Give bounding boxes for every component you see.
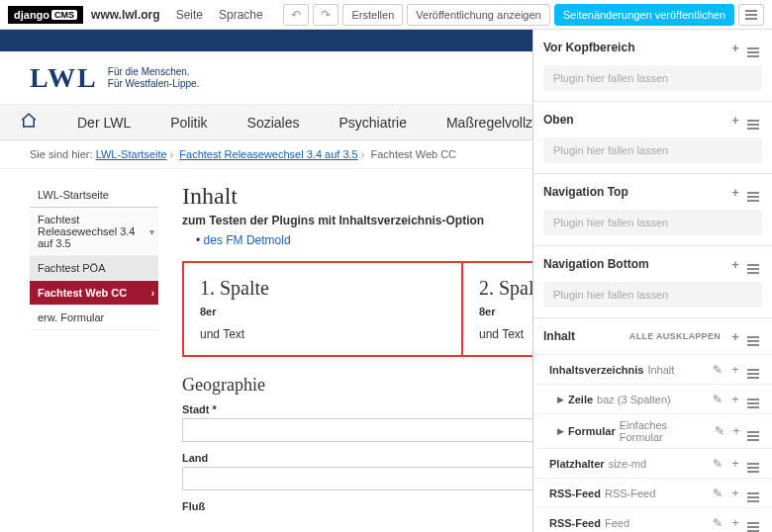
plugin-row[interactable]: ▶FormularEinfaches Formular✎+ (533, 413, 772, 448)
plugin-row[interactable]: InhaltsverzeichnisInhalt✎+ (533, 354, 772, 384)
menu-icon[interactable] (744, 513, 762, 532)
menu-icon[interactable] (744, 390, 762, 408)
column-1: 1. Spalte 8er und Text (184, 263, 461, 355)
section-title: Navigation Top (543, 185, 726, 199)
add-icon[interactable]: + (726, 393, 744, 406)
redo-button[interactable]: ↷ (313, 4, 338, 26)
breadcrumb-current: Fachtest Web CC (370, 148, 456, 160)
view-published-button[interactable]: Veröffentlichung anzeigen (407, 4, 549, 26)
tagline-line2: Für Westfalen-Lippe. (108, 78, 200, 90)
section-menu-button[interactable] (744, 326, 762, 346)
edit-icon[interactable]: ✎ (709, 393, 726, 406)
structure-toggle-button[interactable] (738, 4, 764, 26)
plugin-desc: Feed (605, 517, 629, 529)
home-icon[interactable] (20, 112, 38, 133)
panel-section: Navigation Bottom+Plugin hier fallen las… (533, 246, 772, 318)
sidenav-item-webcc[interactable]: Fachtest Web CC › (30, 281, 158, 306)
plugin-dropzone[interactable]: Plugin hier fallen lassen (543, 282, 762, 308)
menu-icon[interactable] (744, 484, 762, 502)
create-button[interactable]: Erstellen (342, 4, 403, 26)
edit-icon[interactable]: ✎ (711, 424, 727, 438)
panel-section: Oben+Plugin hier fallen lassen (533, 102, 772, 174)
add-icon[interactable]: + (726, 363, 744, 377)
plugin-desc: Einfaches Formular (620, 419, 711, 443)
sidenav-item-label: Fachtest Releasewechsel 3.4 auf 3.5 (38, 214, 135, 249)
sidenav-root[interactable]: LWL-Startseite (30, 183, 158, 208)
lwl-tagline: Für die Menschen. Für Westfalen-Lippe. (108, 66, 200, 90)
cms-logo-tag: CMS (51, 10, 77, 20)
add-icon[interactable]: + (727, 424, 744, 438)
plugin-desc: RSS-Feed (605, 488, 655, 499)
sidenav-item-release[interactable]: Fachtest Releasewechsel 3.4 auf 3.5 ▾ (30, 208, 158, 256)
plugin-row[interactable]: RSS-FeedRSS-Feed✎+ (533, 478, 772, 507)
plugin-name: Inhaltsverzeichnis (549, 364, 643, 376)
add-plugin-button[interactable]: + (726, 185, 744, 200)
section-menu-button[interactable] (744, 182, 762, 202)
edit-icon[interactable]: ✎ (709, 363, 726, 377)
lwl-logo[interactable]: LWL (30, 62, 98, 94)
plugin-dropzone[interactable]: Plugin hier fallen lassen (543, 137, 762, 163)
section-title: Inhalt (543, 329, 629, 343)
sidenav-item-formular[interactable]: erw. Formular (30, 306, 158, 330)
menu-icon[interactable] (744, 360, 762, 379)
edit-icon[interactable]: ✎ (709, 457, 726, 471)
publish-button[interactable]: Seitenänderungen veröffentlichen (554, 4, 734, 26)
plugin-dropzone[interactable]: Plugin hier fallen lassen (543, 210, 762, 235)
side-nav: LWL-Startseite Fachtest Releasewechsel 3… (30, 183, 158, 515)
section-menu-button[interactable] (744, 254, 762, 274)
menu-language[interactable]: Sprache (219, 8, 263, 22)
nav-item-soziales[interactable]: Soziales (247, 115, 300, 131)
plugin-dropzone[interactable]: Plugin hier fallen lassen (543, 65, 762, 91)
sidenav-item-label: Fachtest Web CC (38, 287, 127, 299)
plugin-desc: size-md (609, 458, 647, 470)
expand-icon[interactable]: ▶ (557, 395, 564, 404)
breadcrumb-link-0[interactable]: LWL-Startseite (96, 148, 167, 160)
site-link[interactable]: www.lwl.org (91, 8, 160, 22)
section-menu-button[interactable] (744, 110, 762, 130)
panel-section: Navigation Top+Plugin hier fallen lassen (533, 174, 772, 246)
plugin-row[interactable]: Platzhaltersize-md✎+ (533, 448, 772, 478)
section-head: Vor Kopfbereich+ (533, 30, 772, 65)
section-head-inhalt: Inhalt ALLE AUSKLAPPEN + (533, 318, 772, 354)
section-title: Oben (543, 113, 726, 127)
plugin-desc: Inhalt (647, 364, 674, 376)
nav-item-psychiatrie[interactable]: Psychiatrie (338, 115, 406, 131)
menu-page[interactable]: Seite (176, 8, 203, 22)
edit-icon[interactable]: ✎ (709, 487, 726, 500)
add-plugin-button[interactable]: + (726, 329, 744, 344)
nav-item-politik[interactable]: Politik (170, 115, 207, 131)
plugin-row[interactable]: RSS-FeedFeed✎+ (533, 507, 772, 532)
menu-icon[interactable] (745, 422, 762, 441)
section-title: Vor Kopfbereich (543, 41, 726, 54)
plugin-name: Platzhalter (549, 458, 605, 470)
section-head: Navigation Top+ (533, 174, 772, 210)
add-icon[interactable]: + (726, 516, 744, 530)
plugin-name: RSS-Feed (549, 488, 601, 499)
add-plugin-button[interactable]: + (726, 257, 744, 272)
cms-logo[interactable]: django CMS (8, 6, 83, 24)
plugin-desc: baz (3 Spalten) (597, 394, 671, 405)
menu-icon[interactable] (744, 454, 762, 473)
chevron-down-icon: ▾ (149, 226, 154, 237)
section-menu-button[interactable] (744, 38, 762, 57)
plugin-name: Formular (568, 425, 616, 437)
sidenav-item-poa[interactable]: Fachtest PÖA (30, 256, 158, 281)
plugin-list: InhaltsverzeichnisInhalt✎+▶Zeilebaz (3 S… (533, 354, 772, 532)
add-plugin-button[interactable]: + (726, 41, 744, 55)
bullet-link[interactable]: des FM Detmold (204, 233, 291, 247)
add-plugin-button[interactable]: + (726, 113, 744, 128)
plugin-name: RSS-Feed (549, 517, 601, 529)
section-title: Navigation Bottom (543, 257, 726, 271)
breadcrumb-link-1[interactable]: Fachtest Releasewechsel 3.4 auf 3.5 (179, 148, 357, 160)
panel-section: Vor Kopfbereich+Plugin hier fallen lasse… (533, 30, 772, 102)
edit-icon[interactable]: ✎ (709, 516, 726, 530)
add-icon[interactable]: + (726, 457, 744, 471)
add-icon[interactable]: + (726, 487, 744, 500)
undo-button[interactable]: ↶ (283, 4, 309, 26)
section-inhalt: Inhalt ALLE AUSKLAPPEN + Inhaltsverzeich… (533, 318, 772, 532)
expand-icon[interactable]: ▶ (557, 426, 564, 436)
section-head: Oben+ (533, 102, 772, 137)
expand-all-link[interactable]: ALLE AUSKLAPPEN (629, 331, 721, 341)
plugin-row[interactable]: ▶Zeilebaz (3 Spalten)✎+ (533, 384, 772, 413)
nav-item-lwl[interactable]: Der LWL (77, 115, 131, 131)
